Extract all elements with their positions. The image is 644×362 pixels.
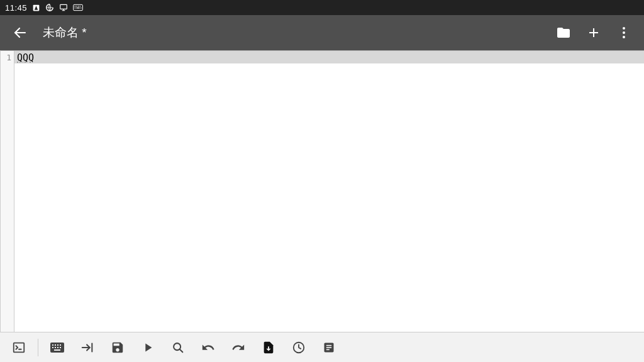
svg-rect-24 [55, 347, 56, 348]
svg-rect-11 [80, 8, 81, 8]
display-icon [59, 3, 68, 12]
line-number: 1 [1, 52, 11, 63]
svg-rect-20 [55, 344, 56, 346]
svg-rect-34 [326, 347, 331, 348]
svg-rect-16 [14, 343, 25, 352]
line-number-gutter: 1 [1, 51, 14, 332]
new-file-button[interactable] [579, 18, 609, 48]
export-button[interactable] [255, 334, 282, 361]
svg-rect-7 [78, 6, 79, 6]
svg-point-15 [623, 36, 625, 38]
svg-rect-26 [60, 347, 61, 348]
editor-area: 1 QQQ [0, 50, 644, 332]
svg-rect-21 [57, 344, 58, 346]
toolbar-separator [38, 339, 38, 356]
status-bar: 11:45 [0, 0, 644, 15]
tab-indent-button[interactable] [74, 334, 101, 361]
svg-rect-27 [54, 349, 60, 351]
svg-rect-35 [326, 349, 330, 350]
run-button[interactable] [134, 334, 162, 361]
redo-button[interactable] [225, 334, 252, 361]
svg-rect-6 [76, 6, 77, 6]
terminal-button[interactable] [5, 334, 33, 361]
overflow-menu-button[interactable] [609, 18, 639, 48]
undo-button[interactable] [194, 334, 222, 361]
save-button[interactable] [104, 334, 131, 361]
svg-point-13 [623, 27, 625, 30]
status-icons [32, 3, 83, 12]
open-folder-button[interactable] [548, 18, 579, 48]
app-indicator-icon [32, 4, 40, 12]
svg-rect-23 [52, 347, 53, 348]
status-time: 11:45 [5, 3, 27, 13]
svg-point-14 [623, 31, 625, 34]
list-button[interactable] [315, 334, 343, 361]
search-button[interactable] [164, 334, 192, 361]
svg-rect-8 [80, 6, 80, 6]
app-bar: 未命名 * [0, 15, 644, 50]
svg-rect-33 [326, 344, 331, 346]
svg-rect-19 [52, 344, 53, 346]
svg-rect-25 [57, 347, 58, 348]
document-title: 未命名 * [43, 25, 548, 41]
svg-rect-9 [75, 8, 75, 8]
editor-content[interactable]: QQQ [14, 51, 644, 332]
bottom-toolbar [0, 332, 644, 362]
svg-rect-5 [75, 6, 75, 6]
svg-rect-1 [60, 4, 67, 9]
back-button[interactable] [5, 18, 35, 48]
keyboard-status-icon [73, 4, 83, 11]
svg-rect-22 [60, 344, 61, 346]
browser-icon [45, 3, 54, 12]
recent-button[interactable] [285, 334, 313, 361]
svg-line-31 [180, 349, 183, 352]
app-bar-actions [548, 18, 639, 48]
keyboard-button[interactable] [43, 334, 71, 361]
svg-rect-10 [76, 8, 79, 8]
editor-line[interactable]: QQQ [14, 51, 644, 63]
